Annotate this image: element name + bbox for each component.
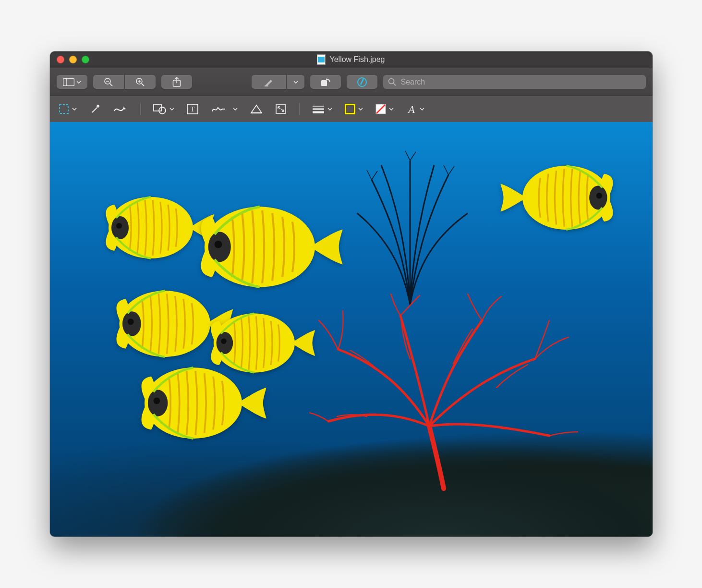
svg-rect-0 (63, 78, 74, 86)
svg-line-35 (367, 170, 372, 180)
zoom-out-icon (104, 77, 113, 87)
yellow-fish-6 (496, 156, 626, 240)
border-color-swatch-icon (345, 104, 355, 114)
svg-rect-16 (60, 105, 68, 113)
adjust-color-tool[interactable] (250, 102, 263, 116)
zoom-in-button[interactable] (125, 75, 156, 89)
close-button[interactable] (57, 56, 64, 63)
preview-window: Yellow Fish.jpeg (50, 51, 653, 537)
markup-icon (357, 77, 367, 87)
signature-icon (211, 104, 230, 114)
chevron-down-icon (72, 108, 77, 110)
svg-line-36 (372, 171, 377, 180)
rotate-button[interactable] (310, 75, 341, 89)
minimize-button[interactable] (69, 56, 77, 63)
svg-line-38 (410, 152, 416, 160)
resize-icon (275, 104, 287, 114)
highlight-dropdown-button[interactable] (287, 75, 304, 89)
zoom-controls (93, 75, 156, 89)
chevron-down-icon (233, 108, 238, 110)
sketch-tool[interactable] (113, 102, 128, 116)
highlighter-icon (264, 78, 274, 86)
magic-wand-icon (89, 104, 101, 114)
chevron-down-icon (420, 108, 424, 110)
selection-rect-icon (59, 104, 69, 114)
fill-color-tool[interactable] (375, 102, 394, 116)
svg-point-14 (388, 79, 394, 84)
markup-button[interactable] (347, 75, 377, 89)
selection-tool[interactable] (59, 102, 77, 116)
main-toolbar (50, 68, 653, 96)
search-icon (388, 78, 396, 86)
shapes-icon (153, 104, 167, 114)
search-field[interactable] (383, 75, 646, 89)
rotate-icon (320, 77, 331, 87)
text-tool[interactable]: T (187, 102, 198, 116)
svg-point-23 (159, 107, 166, 114)
title-text: Yellow Fish.jpeg (329, 55, 385, 64)
highlight-button[interactable] (252, 75, 286, 89)
font-style-icon: A (406, 104, 417, 114)
svg-text:A: A (407, 104, 415, 114)
window-title: Yellow Fish.jpeg (50, 54, 653, 65)
toolbar-divider (299, 103, 300, 115)
titlebar[interactable]: Yellow Fish.jpeg (50, 51, 653, 68)
svg-line-40 (448, 166, 454, 175)
image-canvas[interactable] (50, 122, 653, 537)
chevron-down-icon (327, 108, 332, 110)
share-button[interactable] (161, 75, 192, 89)
svg-rect-31 (345, 104, 355, 114)
black-crinoid (324, 141, 496, 314)
search-input[interactable] (400, 77, 641, 87)
svg-line-3 (110, 84, 112, 86)
zoom-out-button[interactable] (93, 75, 124, 89)
line-weight-icon (312, 105, 325, 113)
chevron-down-icon (169, 108, 174, 110)
fullscreen-button[interactable] (82, 56, 89, 63)
sidebar-icon (63, 78, 74, 86)
svg-line-6 (142, 84, 144, 86)
svg-line-15 (393, 84, 396, 86)
svg-line-37 (405, 151, 410, 160)
share-icon (172, 77, 181, 87)
markup-toolbar: T A (50, 96, 653, 122)
sketch-icon (113, 104, 128, 114)
yellow-fish-5 (127, 357, 271, 449)
zoom-in-icon (135, 77, 145, 87)
chevron-down-icon (389, 108, 394, 110)
text-box-icon: T (187, 104, 198, 114)
chevron-down-icon (293, 81, 298, 84)
fill-color-swatch-icon (375, 104, 386, 114)
jpeg-file-icon (317, 54, 326, 65)
instant-alpha-tool[interactable] (89, 102, 101, 116)
svg-rect-11 (265, 86, 268, 86)
svg-line-39 (444, 165, 448, 175)
text-style-tool[interactable]: A (406, 102, 424, 116)
shape-style-tool[interactable] (312, 102, 332, 116)
red-sea-fan (309, 292, 578, 493)
sign-tool[interactable] (211, 102, 238, 116)
toolbar-divider (140, 103, 141, 115)
shapes-tool[interactable] (153, 102, 174, 116)
border-color-tool[interactable] (345, 102, 363, 116)
prism-icon (250, 104, 263, 114)
svg-line-17 (92, 108, 97, 112)
sidebar-button[interactable] (57, 75, 87, 89)
highlight-button-group (252, 75, 304, 89)
svg-text:T: T (190, 106, 194, 113)
chevron-down-icon (76, 81, 81, 84)
adjust-size-tool[interactable] (275, 102, 287, 116)
svg-rect-27 (276, 105, 286, 113)
chevron-down-icon (358, 108, 363, 110)
window-controls (57, 56, 89, 63)
svg-rect-12 (321, 80, 327, 86)
